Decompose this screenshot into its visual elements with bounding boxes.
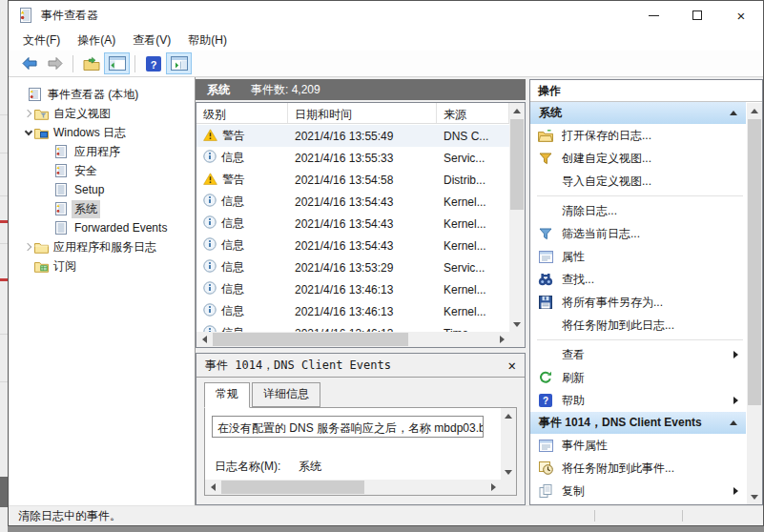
action-properties[interactable]: 属性 — [530, 245, 746, 268]
scrollbar-thumb[interactable] — [748, 119, 761, 405]
sidebar-item-setup[interactable]: Setup — [9, 180, 195, 199]
action-refresh[interactable]: 刷新 — [530, 366, 746, 389]
sidebar-item-apps-services-logs[interactable]: 应用程序和服务日志 — [9, 237, 195, 256]
scrollbar-thumb[interactable] — [221, 481, 364, 494]
scroll-up-icon[interactable] — [747, 103, 762, 118]
table-row[interactable]: 信息 2021/4/16 13:46:13 Time-... — [196, 322, 509, 332]
collapse-icon[interactable] — [730, 111, 737, 115]
menu-help[interactable]: 帮助(H) — [179, 30, 236, 51]
sidebar-item-forwarded-events[interactable]: Forwarded Events — [9, 218, 195, 237]
action-attach-task-to-event[interactable]: 将任务附加到此事件... — [530, 457, 746, 480]
title-bar: 事件查看器 × — [9, 1, 763, 30]
action-filter-current-log[interactable]: 筛选当前日志... — [530, 222, 746, 245]
table-row[interactable]: 警告 2021/4/16 13:55:49 DNS C... — [196, 125, 509, 147]
action-open-saved-log[interactable]: 打开保存的日志... — [530, 124, 746, 147]
toggle-console-tree-button[interactable] — [104, 52, 130, 74]
menu-action[interactable]: 操作(A) — [69, 30, 124, 51]
status-bar: 清除日志中的事件。 — [9, 505, 763, 525]
minimize-button[interactable] — [631, 1, 675, 30]
horizontal-scrollbar[interactable] — [196, 332, 509, 347]
chevron-down-icon — [24, 127, 31, 134]
event-viewer-icon — [18, 8, 33, 23]
field-label: 日志名称(M): — [215, 459, 299, 475]
background-red-mark — [0, 278, 8, 281]
column-header-source[interactable]: 来源 — [437, 103, 509, 123]
back-button[interactable] — [16, 52, 42, 74]
console-tree-icon — [109, 56, 126, 71]
open-saved-log-button[interactable] — [78, 52, 104, 74]
collapse-icon[interactable] — [730, 420, 737, 425]
horizontal-scrollbar[interactable] — [205, 480, 501, 495]
tab-details[interactable]: 详细信息 — [252, 382, 320, 407]
sidebar-item-windows-logs[interactable]: Windows 日志 — [9, 123, 195, 142]
toggle-action-pane-button[interactable] — [166, 52, 192, 74]
scrollbar-thumb[interactable] — [510, 119, 524, 210]
minimize-icon — [649, 15, 659, 16]
table-row[interactable]: 警告 2021/4/16 13:54:58 Distrib... — [196, 169, 509, 191]
column-header-datetime[interactable]: 日期和时间 — [288, 103, 437, 123]
scroll-down-icon[interactable] — [509, 317, 525, 332]
event-viewer-icon — [29, 88, 45, 101]
scroll-down-icon[interactable] — [747, 489, 762, 504]
subscriptions-icon — [34, 260, 51, 273]
maximize-icon — [692, 10, 702, 20]
close-button[interactable]: × — [719, 1, 763, 30]
scroll-left-icon[interactable] — [196, 332, 212, 347]
event-viewer-window: 事件查看器 × 文件(F) 操作(A) 查看(V) 帮助(H) — [8, 0, 764, 526]
table-row[interactable]: 信息 2021/4/16 13:54:43 Kernel... — [196, 191, 509, 213]
sidebar-item-subscriptions[interactable]: 订阅 — [9, 256, 195, 276]
vertical-scrollbar[interactable] — [501, 408, 516, 480]
action-event-properties[interactable]: 事件属性 — [530, 434, 746, 457]
event-message[interactable]: 在没有配置的 DNS 服务器响应之后，名称 mbdp03.b — [212, 416, 484, 438]
action-attach-task-to-log[interactable]: 将任务附加到此日志... — [530, 314, 746, 337]
menu-view[interactable]: 查看(V) — [124, 30, 179, 51]
action-label: 将任务附加到此事件... — [562, 460, 738, 477]
scroll-right-icon[interactable] — [485, 480, 501, 495]
vertical-scrollbar[interactable] — [509, 103, 525, 332]
action-import-custom-view[interactable]: 导入自定义视图... — [530, 170, 746, 193]
table-row[interactable]: 信息 2021/4/16 13:54:43 Kernel... — [196, 213, 509, 235]
action-create-custom-view[interactable]: 创建自定义视图... — [530, 147, 746, 170]
action-copy[interactable]: 复制 — [530, 480, 746, 502]
action-clear-log[interactable]: 清除日志... — [530, 199, 746, 222]
table-row[interactable]: 信息 2021/4/16 13:53:29 Servic... — [196, 256, 509, 278]
sidebar-item-application[interactable]: 应用程序 — [9, 142, 195, 161]
tree-item-label: 应用程序和服务日志 — [51, 238, 159, 256]
row-source: Kernel... — [437, 195, 509, 209]
action-section-system[interactable]: 系统 — [530, 102, 746, 124]
status-separator — [682, 510, 683, 522]
maximize-button[interactable] — [675, 1, 719, 30]
sidebar-item-event-viewer-local[interactable]: 事件查看器 (本地) — [9, 85, 195, 104]
column-header-level[interactable]: 级别 — [196, 103, 288, 123]
table-row[interactable]: 信息 2021/4/16 13:54:43 Kernel... — [196, 235, 509, 256]
tab-general[interactable]: 常规 — [204, 382, 250, 408]
submenu-arrow-icon — [733, 397, 738, 404]
scroll-down-icon[interactable] — [501, 464, 516, 480]
scrollbar-thumb[interactable] — [213, 333, 408, 346]
sidebar-item-security[interactable]: 安全 — [9, 161, 195, 180]
sidebar-item-system[interactable]: 系统 — [9, 199, 195, 218]
action-view[interactable]: 查看 — [530, 343, 746, 366]
scroll-up-icon[interactable] — [501, 408, 516, 423]
action-save-all-events-as[interactable]: 将所有事件另存为... — [530, 291, 746, 314]
forward-button[interactable] — [42, 52, 68, 74]
action-help[interactable]: ? 帮助 — [530, 389, 746, 412]
scroll-right-icon[interactable] — [494, 332, 509, 347]
create-custom-view-icon — [537, 151, 554, 166]
action-find[interactable]: 查找... — [530, 268, 746, 291]
action-section-event-1014[interactable]: 事件 1014，DNS Client Events — [530, 412, 746, 434]
help-button[interactable]: ? — [140, 52, 166, 74]
scroll-left-icon[interactable] — [205, 480, 220, 495]
table-row[interactable]: 信息 2021/4/16 13:46:13 Kernel... — [196, 300, 509, 322]
row-level: 警告 — [222, 172, 245, 188]
table-row[interactable]: 信息 2021/4/16 13:46:13 Kernel... — [196, 278, 509, 300]
sidebar-item-custom-views[interactable]: 自定义视图 — [9, 104, 195, 123]
menu-file[interactable]: 文件(F) — [14, 30, 69, 51]
toolbar: ? — [9, 51, 763, 77]
row-source: Distrib... — [437, 174, 509, 187]
vertical-scrollbar[interactable] — [747, 103, 762, 504]
table-row[interactable]: 信息 2021/4/16 13:55:33 Servic... — [196, 147, 509, 169]
close-icon[interactable]: ✕ — [508, 358, 516, 372]
row-datetime: 2021/4/16 13:54:43 — [288, 195, 437, 209]
scroll-up-icon[interactable] — [509, 103, 525, 118]
